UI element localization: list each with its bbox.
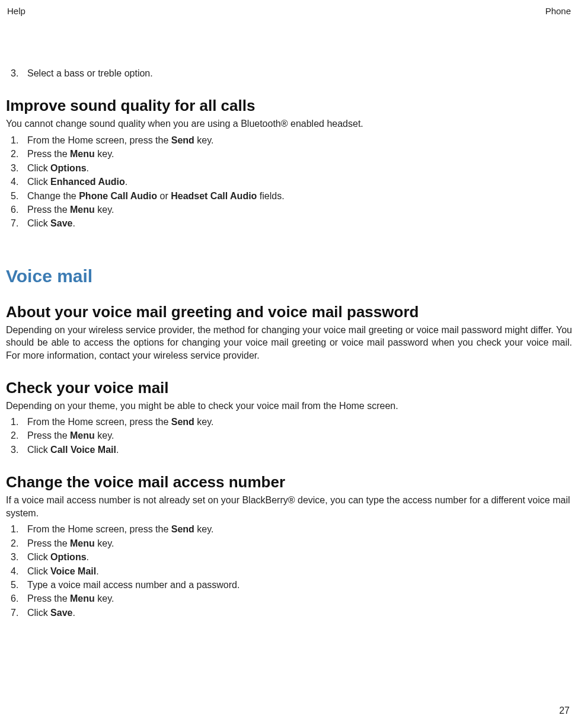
list-item: 7.Click Save. xyxy=(11,606,572,620)
page-number: 27 xyxy=(559,705,570,716)
step-text: Press the Menu key. xyxy=(27,592,572,605)
step-text: Select a bass or treble option. xyxy=(27,67,572,80)
step-number: 2. xyxy=(11,537,27,550)
step-text: From the Home screen, press the Send key… xyxy=(27,416,572,429)
header-left: Help xyxy=(7,6,25,16)
bold-term: Send xyxy=(171,417,194,427)
step-number: 1. xyxy=(11,416,27,429)
list-item: 2.Press the Menu key. xyxy=(11,429,572,442)
step-text: Press the Menu key. xyxy=(27,203,572,216)
check-voicemail-steps: 1.From the Home screen, press the Send k… xyxy=(6,416,572,456)
step-text: Click Enhanced Audio. xyxy=(27,175,572,189)
bold-term: Menu xyxy=(70,149,95,159)
bold-term: Send xyxy=(171,524,194,534)
change-voicemail-steps: 1.From the Home screen, press the Send k… xyxy=(6,523,572,620)
list-item: 7.Click Save. xyxy=(11,217,572,230)
page-header: Help Phone xyxy=(6,6,572,18)
heading-sound-quality: Improve sound quality for all calls xyxy=(6,97,572,115)
step-number: 6. xyxy=(11,592,27,605)
bold-term: Call Voice Mail xyxy=(50,445,116,455)
bold-term: Headset Call Audio xyxy=(171,191,257,201)
list-item: 4.Click Enhanced Audio. xyxy=(11,175,572,189)
list-item: 5.Type a voice mail access number and a … xyxy=(11,579,572,592)
sound-quality-steps: 1.From the Home screen, press the Send k… xyxy=(6,134,572,231)
sound-quality-intro: You cannot change sound quality when you… xyxy=(6,117,572,130)
step-number: 2. xyxy=(11,429,27,442)
step-number: 3. xyxy=(11,67,27,80)
bold-term: Menu xyxy=(70,538,95,548)
step-text: Press the Menu key. xyxy=(27,429,572,442)
step-number: 2. xyxy=(11,148,27,161)
bold-term: Menu xyxy=(70,430,95,440)
step-number: 4. xyxy=(11,175,27,189)
bold-term: Menu xyxy=(70,593,95,604)
step-text: Click Options. xyxy=(27,162,572,175)
bold-term: Menu xyxy=(70,205,95,215)
step-number: 1. xyxy=(11,134,27,147)
step-number: 5. xyxy=(11,190,27,203)
list-item: 5.Change the Phone Call Audio or Headset… xyxy=(11,190,572,203)
list-item: 1.From the Home screen, press the Send k… xyxy=(11,523,572,536)
step-text: Click Options. xyxy=(27,551,572,564)
about-voicemail-para: Depending on your wireless service provi… xyxy=(6,324,572,362)
list-item: 2.Press the Menu key. xyxy=(11,537,572,550)
list-item: 3.Click Options. xyxy=(11,162,572,175)
heading-change-voicemail-number: Change the voice mail access number xyxy=(6,473,572,491)
change-voicemail-intro: If a voice mail access number is not alr… xyxy=(6,494,572,519)
bold-term: Options xyxy=(50,163,86,173)
bold-term: Phone Call Audio xyxy=(79,191,157,201)
bold-term: Enhanced Audio xyxy=(50,177,125,187)
list-item: 3. Select a bass or treble option. xyxy=(11,67,572,80)
step-text: From the Home screen, press the Send key… xyxy=(27,134,572,147)
list-item: 3.Click Call Voice Mail. xyxy=(11,443,572,456)
step-text: Click Save. xyxy=(27,606,572,620)
list-item: 2.Press the Menu key. xyxy=(11,148,572,161)
list-item: 1.From the Home screen, press the Send k… xyxy=(11,134,572,147)
header-right: Phone xyxy=(545,6,571,16)
step-text: From the Home screen, press the Send key… xyxy=(27,523,572,536)
check-voicemail-intro: Depending on your theme, you might be ab… xyxy=(6,400,572,413)
bold-term: Voice Mail xyxy=(50,566,96,576)
step-number: 3. xyxy=(11,162,27,175)
list-item: 6.Press the Menu key. xyxy=(11,592,572,605)
heading-check-voicemail: Check your voice mail xyxy=(6,379,572,397)
step-text: Click Save. xyxy=(27,217,572,230)
step-text: Change the Phone Call Audio or Headset C… xyxy=(27,190,572,203)
step-text: Type a voice mail access number and a pa… xyxy=(27,579,572,592)
step-number: 7. xyxy=(11,217,27,230)
step-text: Press the Menu key. xyxy=(27,537,572,550)
page-content: 3. Select a bass or treble option. Impro… xyxy=(6,18,572,620)
bold-term: Save xyxy=(50,608,72,618)
list-item: 4.Click Voice Mail. xyxy=(11,565,572,578)
step-text: Click Voice Mail. xyxy=(27,565,572,578)
list-item: 3.Click Options. xyxy=(11,551,572,564)
step-number: 4. xyxy=(11,565,27,578)
step-text: Click Call Voice Mail. xyxy=(27,443,572,456)
list-item: 6.Press the Menu key. xyxy=(11,203,572,216)
bold-term: Send xyxy=(171,135,194,145)
step-number: 5. xyxy=(11,579,27,592)
bold-term: Options xyxy=(50,552,86,562)
list-item: 1.From the Home screen, press the Send k… xyxy=(11,416,572,429)
step-text: Press the Menu key. xyxy=(27,148,572,161)
step-number: 7. xyxy=(11,606,27,620)
heading-about-voicemail: About your voice mail greeting and voice… xyxy=(6,303,572,321)
prior-step-list: 3. Select a bass or treble option. xyxy=(6,67,572,80)
bold-term: Save xyxy=(50,218,72,228)
step-number: 1. xyxy=(11,523,27,536)
step-number: 6. xyxy=(11,203,27,216)
step-number: 3. xyxy=(11,551,27,564)
step-number: 3. xyxy=(11,443,27,456)
heading-voice-mail: Voice mail xyxy=(6,266,572,286)
